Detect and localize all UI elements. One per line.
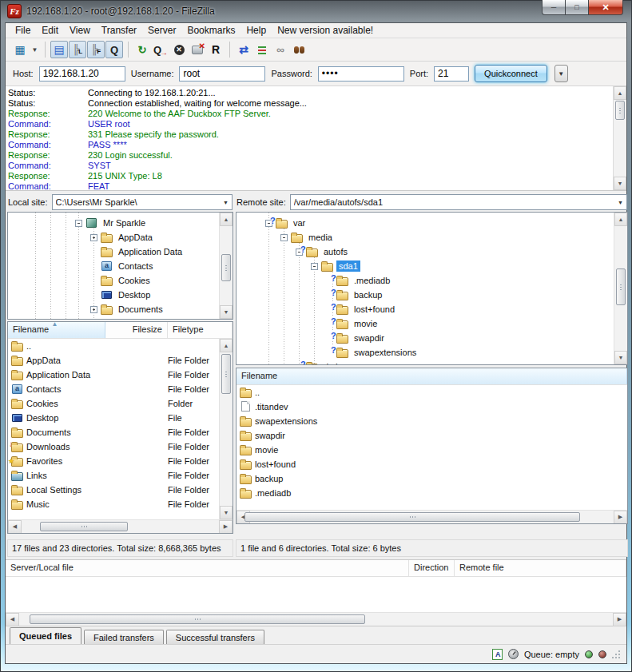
tree-item-downloads[interactable]: Downloads (8, 316, 233, 320)
cancel-operation-button[interactable]: ✕ (170, 41, 188, 58)
file-row[interactable]: movie (237, 443, 627, 457)
synchronized-browsing-button[interactable]: ∞ (272, 41, 289, 58)
tree-item-sda1[interactable]: sda1 (237, 259, 627, 273)
menu-bookmarks[interactable]: Bookmarks (181, 23, 240, 38)
tree-item-swapextensions[interactable]: swapextensions (237, 345, 627, 360)
column-filename[interactable]: Filename (237, 368, 627, 384)
directory-listing-filters-button[interactable] (253, 41, 271, 58)
log-scrollbar[interactable]: ▲ ▼ (613, 86, 626, 190)
scroll-right-arrow[interactable]: ▶ (614, 511, 627, 524)
local-list-scrollbar[interactable]: ▲ ▼ (219, 339, 233, 519)
transfer-queue-panel[interactable]: Server/Local file Direction Remote file … (6, 559, 626, 626)
tree-item-contacts[interactable]: Contacts (8, 259, 233, 273)
quickconnect-dropdown[interactable]: ▼ (554, 65, 568, 82)
file-row[interactable]: swapextensions (237, 414, 627, 428)
transfer-type-icon[interactable] (492, 649, 503, 660)
title-bar[interactable]: Fz 192.168.1.20 - root@192.168.1.20 - Fi… (0, 0, 632, 22)
tree-item-application-data[interactable]: Application Data (8, 245, 233, 259)
menu-new-version-notice[interactable]: New version available! (272, 23, 379, 38)
port-input[interactable] (434, 66, 469, 82)
username-input[interactable] (179, 66, 265, 82)
local-list-hscrollbar[interactable]: ◀ ▶ (8, 519, 233, 533)
find-files-button[interactable] (290, 41, 308, 58)
menu-help[interactable]: Help (240, 23, 272, 38)
scroll-up-arrow[interactable]: ▲ (614, 213, 627, 226)
tree-item-mr-sparkle[interactable]: Mr Sparkle (8, 216, 233, 230)
tree-item-var[interactable]: var (237, 216, 627, 230)
local-directory-tree[interactable]: Mr Sparkle AppData Application Data Cont… (7, 212, 233, 320)
maximize-button[interactable]: □ (566, 0, 588, 15)
resize-grip[interactable] (612, 650, 620, 658)
tree-item-mediadb[interactable]: .mediadb (237, 273, 627, 288)
site-manager-button[interactable]: ▦ (11, 41, 29, 58)
combo-arrow-icon[interactable]: ▼ (220, 195, 232, 209)
close-button[interactable]: ✕ (588, 0, 623, 15)
tree-item-media[interactable]: media (237, 230, 627, 245)
tab-failed-transfers[interactable]: Failed transfers (84, 630, 164, 644)
tab-successful-transfers[interactable]: Successful transfers (166, 630, 264, 644)
file-row[interactable]: .titandev (237, 400, 627, 414)
tree-item-lost-found[interactable]: lost+found (237, 302, 627, 316)
scrollbar-thumb[interactable] (30, 614, 365, 624)
scroll-left-arrow[interactable]: ◀ (8, 520, 22, 534)
file-row[interactable]: DocumentsFile Folder (8, 425, 233, 439)
scroll-down-arrow[interactable]: ▼ (220, 506, 233, 519)
toggle-message-log-button[interactable]: ▤ (50, 41, 68, 58)
scrollbar-thumb[interactable] (616, 268, 626, 305)
menu-server[interactable]: Server (142, 23, 181, 38)
file-row[interactable]: ContactsFile Folder (8, 382, 233, 396)
scrollbar-thumb[interactable] (221, 254, 231, 281)
menu-edit[interactable]: Edit (36, 23, 64, 38)
expand-icon[interactable] (90, 306, 97, 313)
file-row[interactable]: lost+found (237, 457, 627, 471)
column-filesize[interactable]: Filesize (105, 322, 168, 338)
file-row[interactable]: swapdir (237, 428, 627, 443)
scroll-up-arrow[interactable]: ▲ (220, 213, 233, 226)
scroll-up-arrow[interactable]: ▲ (220, 339, 233, 352)
scroll-left-arrow[interactable]: ◀ (6, 613, 19, 626)
expand-icon[interactable] (90, 234, 97, 241)
remote-list-hscrollbar[interactable]: ◀ ▶ (237, 510, 627, 523)
file-row[interactable]: DownloadsFile Folder (8, 439, 233, 454)
scroll-up-arrow[interactable]: ▲ (614, 86, 626, 100)
tree-item-swapdir[interactable]: swapdir (237, 331, 627, 345)
toggle-remote-tree-button[interactable]: ╠F (87, 41, 105, 58)
column-direction[interactable]: Direction (409, 560, 455, 576)
local-file-list[interactable]: ▲Filename Filesize Filetype .. AppDataFi… (7, 321, 233, 534)
file-row[interactable]: AppDataFile Folder (8, 353, 233, 368)
remote-directory-tree[interactable]: var media autofs sda1 (236, 212, 628, 365)
scroll-down-arrow[interactable]: ▼ (614, 177, 626, 190)
tree-item-appdata[interactable]: AppData (8, 230, 233, 245)
file-row[interactable]: CookiesFolder (8, 396, 233, 411)
local-tree-scrollbar[interactable]: ▲ ▼ (219, 213, 233, 319)
collapse-icon[interactable] (75, 220, 82, 227)
scroll-right-arrow[interactable]: ▶ (613, 613, 626, 626)
file-row[interactable]: Application DataFile Folder (8, 368, 233, 382)
host-input[interactable] (39, 66, 125, 82)
message-log[interactable]: Status:Connecting to 192.168.1.20:21... … (6, 86, 626, 191)
menu-transfer[interactable]: Transfer (96, 23, 142, 38)
file-row[interactable]: FavoritesFile Folder (8, 454, 233, 468)
tree-item-desktop[interactable]: Desktop (8, 288, 233, 302)
remote-site-combo[interactable]: /var/media/autofs/sda1 ▼ (290, 194, 627, 210)
file-row[interactable]: .. (8, 339, 233, 353)
column-filename[interactable]: ▲Filename (8, 322, 105, 338)
toggle-local-tree-button[interactable]: ╠L (69, 41, 86, 58)
file-row[interactable]: backup (237, 471, 627, 486)
file-row[interactable]: Local SettingsFile Folder (8, 483, 233, 497)
directory-comparison-button[interactable]: ⇄ (235, 41, 252, 58)
remote-file-list[interactable]: ▼ Filename .. .titandev swapextensions s… (236, 368, 628, 524)
disconnect-button[interactable] (189, 41, 206, 58)
tree-item-autofs[interactable]: autofs (237, 245, 627, 259)
site-manager-dropdown[interactable]: ▼ (30, 41, 40, 58)
combo-arrow-icon[interactable]: ▼ (614, 195, 626, 209)
file-row[interactable]: .mediadb (237, 486, 627, 500)
tree-item-cookies[interactable]: Cookies (8, 273, 233, 288)
scroll-right-arrow[interactable]: ▶ (219, 520, 233, 534)
column-remote-file[interactable]: Remote file (455, 560, 626, 576)
tree-item-documents[interactable]: Documents (8, 302, 233, 316)
scrollbar-thumb[interactable] (40, 522, 128, 531)
scroll-down-arrow[interactable]: ▼ (220, 305, 233, 319)
file-row[interactable]: LinksFile Folder (8, 468, 233, 483)
process-queue-button[interactable]: Q→ (152, 41, 169, 58)
